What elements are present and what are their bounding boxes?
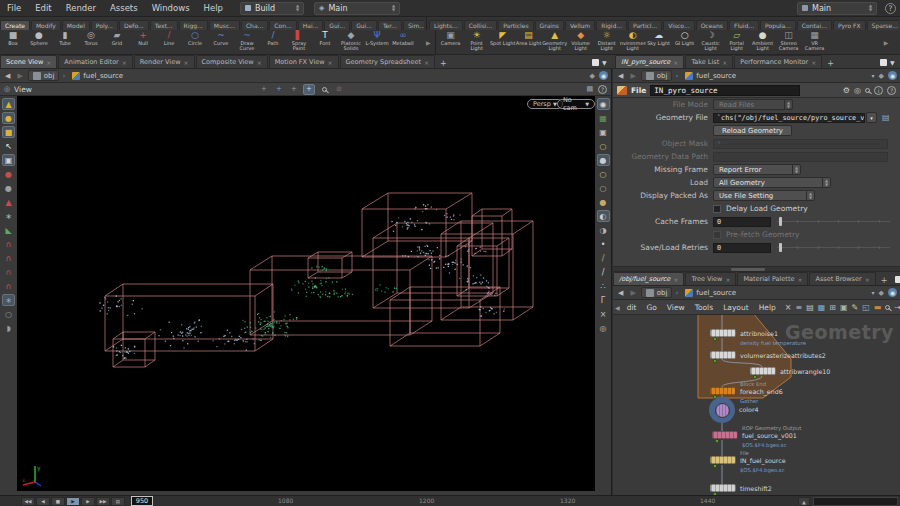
shelf-tool-metaball[interactable]: ∞Metaball [390,30,416,55]
net-menu-help[interactable]: Help [754,303,781,312]
palette-icon[interactable]: ▦ [818,303,826,312]
axis-tool-icon[interactable]: ∗ [2,210,15,222]
view-zoom-icon[interactable] [318,84,330,95]
pane-tab-geometry-spreadsheet[interactable]: Geometry Spreadsheet× [340,55,435,68]
shelf-tab-defo[interactable]: Defo... [119,20,149,30]
net-tab-asset-browser[interactable]: Asset Browser× [809,272,875,285]
shelf-tool-geometry-light[interactable]: ▲Geometry Light [542,30,568,55]
close-icon[interactable]: × [722,59,727,66]
close-icon[interactable]: × [424,59,429,66]
shelf-tab-poly[interactable]: Poly... [91,20,118,30]
visibility-eye-icon[interactable]: ◉ [597,98,610,110]
background-image-icon[interactable]: ▦ [597,112,610,124]
shelf-tool-point-light[interactable]: ☀Point Light [464,30,490,55]
close-icon[interactable]: × [811,59,816,66]
layout-selector[interactable]: ◈ Main ▲▼ [314,2,400,15]
param-dropdown-report-error[interactable]: Report Error▲▼ [713,164,801,175]
menu-edit[interactable]: Edit [28,3,58,13]
prism-tool-icon[interactable]: ◣ [2,224,15,236]
param-field-save-load-retries[interactable]: 0 [713,243,771,253]
pane-menu-icon[interactable]: ▼ [602,59,607,66]
export-pane-icon[interactable]: → [894,303,900,312]
pane-maximize-icon[interactable] [592,59,599,66]
bundle-icon[interactable]: ▬ [874,303,882,312]
shelf-tab-r-sparse[interactable]: Sparse... [867,20,899,30]
node-attribnoise1[interactable] [710,329,736,337]
smooth-shade-icon[interactable]: ◐ [597,210,610,222]
binoculars-icon[interactable]: ◎ [854,86,861,95]
shelf-tool-tube[interactable]: ▮Tube [52,30,78,55]
background-icon[interactable]: ▣ [840,303,848,312]
quickplane-icon[interactable]: ◗ [2,322,15,334]
shelf-tab-sim[interactable]: Sim... [403,20,424,30]
pane-tab-composite-view[interactable]: Composite View× [196,55,268,68]
current-frame-indicator[interactable]: 950 [131,496,153,506]
close-icon[interactable]: × [725,276,730,283]
pane-tab-take-list[interactable]: Take List× [685,55,733,68]
dropdown-stepper-icon[interactable]: ▲▼ [784,100,792,109]
pane-maximize-right-icon[interactable] [880,59,887,66]
find-icon[interactable] [885,303,890,312]
close-icon[interactable]: × [183,59,188,66]
list-view-icon[interactable]: ▤ [806,303,814,312]
jump-start-button[interactable]: ◀◀ [21,497,35,506]
shelf-tab-ter[interactable]: Ter... [378,20,402,30]
file-chooser-icon[interactable]: ▤ [882,113,890,122]
pane-tab-scene-view[interactable]: Scene View× [0,55,57,68]
shelf-tab-r-rigid[interactable]: Rigid... [596,20,627,30]
shelf-tool-l-system[interactable]: ΨL-System [364,30,390,55]
shelf-tool-environment-light[interactable]: ◐Environment Light [620,30,646,55]
camera-lock-icon[interactable]: ▣ [597,126,610,138]
node-attribwrangle10[interactable] [750,367,776,375]
view-disable-icon[interactable]: ⊘ [333,84,345,95]
net-menu-view[interactable]: View [662,303,690,312]
pane-tab-render-view[interactable]: Render View× [134,55,195,68]
node-foreach-end6[interactable] [710,387,736,395]
menu-scroll-left-icon[interactable]: ◀ [615,304,620,311]
measure-icon[interactable]: Γ [597,294,610,306]
shelf-tool-circle[interactable]: ○Circle [182,30,208,55]
shelf-tab-r-grains[interactable]: Grains [535,20,564,30]
shelf-tool-line[interactable]: /Line [156,30,182,55]
menu-file[interactable]: File [0,3,28,13]
network-editor-canvas[interactable]: Geometry attribnoise1density fuel temper… [613,315,900,495]
help-icon[interactable]: ? [885,3,896,14]
node-timeshift2[interactable] [710,484,736,492]
dropdown-stepper-icon[interactable]: ▲▼ [822,178,830,187]
pin-icon[interactable]: ◆ [590,72,595,80]
transform-handles-icon[interactable]: × [597,308,610,320]
dropdown-stepper-icon[interactable]: ▲▼ [792,165,800,174]
desktop-selector[interactable]: Build ▲▼ [240,2,304,15]
net-tab-obj-fuel-source[interactable]: /obj/fuel_source× [613,272,684,285]
jump-to-operator-icon[interactable]: ◉ [888,71,897,80]
node-color4[interactable] [709,397,735,423]
view-tumble-icon[interactable]: + [258,84,270,95]
shelf-tool-torus[interactable]: ◎Torus [78,30,104,55]
viewport-3d[interactable]: Persp ▼ No cam ▼ y x [17,96,595,491]
overlay-icon[interactable]: ◱ [862,303,870,312]
snap-primitive-icon[interactable]: ∩ [2,252,15,264]
shelf-tab-hai[interactable]: Hai... [298,20,324,30]
node-flag-icon[interactable] [715,439,719,443]
shelf-tool-sphere[interactable]: ●Sphere [26,30,52,55]
param-field-cache-frames[interactable]: 0 [713,217,771,227]
shelf-tool-stereo-camera[interactable]: ◫Stereo Camera [776,30,802,55]
net-menu-dit[interactable]: dit [622,303,642,312]
shelf-tool-portal-light[interactable]: ▱Portal Light [724,30,750,55]
shelf-tab-con[interactable]: Con... [269,20,296,30]
shelf-tab-r-fluid[interactable]: Fluid... [729,20,759,30]
breadcrumb-obj[interactable]: obj [641,287,673,298]
shelf-tool-font[interactable]: TFont [312,30,338,55]
select-arrow-icon[interactable]: ↖ [2,140,15,152]
playbar-options-button[interactable]: ▤ [111,497,125,506]
shelf-tool-null[interactable]: +Null [130,30,156,55]
forward-icon[interactable]: ▶ [628,72,637,80]
shelf-tool-path[interactable]: /Path [260,30,286,55]
close-icon[interactable]: × [797,276,802,283]
shelf-tool-ambient-light[interactable]: ●Ambient Light [750,30,776,55]
shelf-tool-vr-camera[interactable]: ▦VR Camera [802,30,828,55]
snap-grid-icon[interactable]: ∩ [2,238,15,250]
param-dropdown-all-geometry[interactable]: All Geometry▲▼ [713,177,831,188]
node-volumerasterizeattributes2[interactable] [710,351,736,359]
reload-geometry-button[interactable]: Reload Geometry [713,125,792,136]
